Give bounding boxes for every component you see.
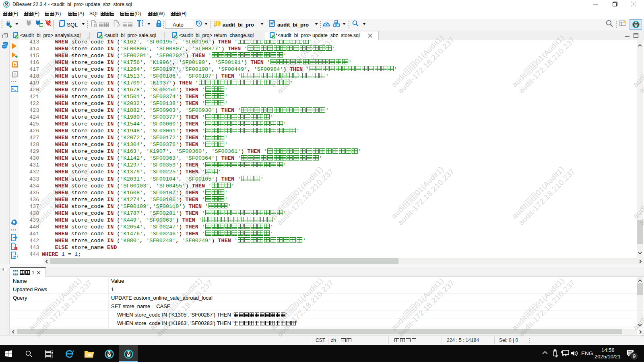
svg-text:9: 9 (633, 353, 636, 359)
